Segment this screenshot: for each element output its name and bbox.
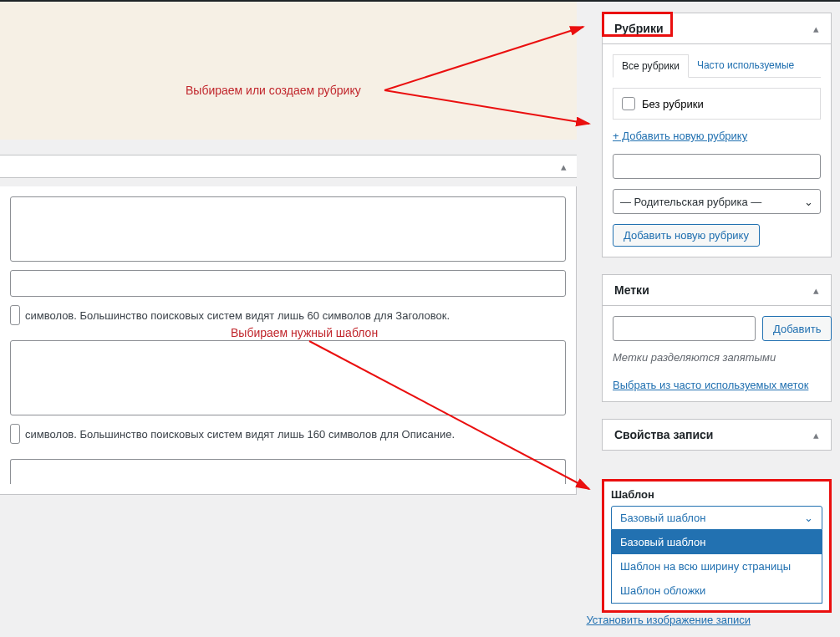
title-hint-text: символов. Большинство поисковых систем в… [25, 309, 450, 322]
rubric-checkbox[interactable] [622, 97, 635, 110]
tags-input[interactable] [613, 316, 756, 341]
tags-header[interactable]: Метки ▴ [603, 275, 831, 306]
char-count-box [10, 424, 20, 444]
add-new-rubric-link[interactable]: + Добавить новую рубрику [613, 130, 821, 142]
freq-tags-link[interactable]: Выбрать из часто используемых меток [613, 379, 808, 391]
seo-extra-input[interactable] [10, 459, 566, 484]
annotation-rubric: Выбираем или создаем рубрику [186, 84, 361, 97]
chevron-down-icon: ⌄ [804, 196, 813, 208]
rubrics-title: Рубрики [614, 22, 664, 35]
seo-title-input[interactable] [10, 196, 566, 262]
tags-hint: Метки разделяются запятыми [613, 351, 821, 364]
metabox-collapsed[interactable]: ▴ [0, 155, 577, 178]
annotation-template: Выбираем нужный шаблон [231, 326, 378, 339]
template-option[interactable]: Шаблон на всю ширину страницы [612, 554, 822, 578]
caret-up-icon: ▴ [813, 284, 819, 297]
seo-panel: символов. Большинство поисковых систем в… [0, 186, 577, 495]
tab-all-rubrics[interactable]: Все рубрики [613, 54, 689, 78]
add-tag-button[interactable]: Добавить [762, 316, 832, 341]
char-count-box [10, 305, 20, 325]
post-props-header[interactable]: Свойства записи ▴ [603, 420, 831, 450]
desc-hint-text: символов. Большинство поисковых систем в… [25, 428, 455, 441]
new-rubric-name-input[interactable] [613, 154, 821, 179]
template-option[interactable]: Шаблон обложки [612, 578, 822, 603]
set-featured-image-link[interactable]: Установить изображение записи [586, 614, 751, 626]
template-label: Шаблон [611, 488, 822, 501]
rubrics-metabox: Рубрики ▴ Все рубрики Часто используемые… [602, 13, 832, 257]
template-select[interactable]: Базовый шаблон ⌄ [611, 506, 822, 530]
tab-freq-rubrics[interactable]: Часто используемые [689, 54, 802, 77]
tags-title: Метки [614, 283, 649, 297]
rubric-label: Без рубрики [642, 98, 704, 110]
parent-rubric-select[interactable]: — Родительская рубрика — ⌄ [613, 189, 821, 214]
caret-up-icon: ▴ [813, 429, 819, 441]
parent-rubric-value: — Родительская рубрика — [620, 196, 761, 208]
post-props-metabox: Свойства записи ▴ [602, 419, 832, 451]
seo-slug-input[interactable] [10, 270, 566, 297]
post-props-title: Свойства записи [614, 428, 713, 441]
template-highlight-box: Шаблон Базовый шаблон ⌄ Базовый шаблон Ш… [602, 479, 832, 613]
add-rubric-button[interactable]: Добавить новую рубрику [613, 224, 760, 247]
template-selected-value: Базовый шаблон [620, 512, 705, 524]
rubrics-header[interactable]: Рубрики ▴ [603, 13, 831, 44]
editor-content-area [0, 2, 577, 140]
seo-description-input[interactable] [10, 340, 566, 415]
caret-up-icon: ▴ [813, 23, 819, 35]
chevron-down-icon: ⌄ [804, 512, 813, 524]
tags-metabox: Метки ▴ Добавить Метки разделяются запят… [602, 274, 832, 402]
template-dropdown: Базовый шаблон Шаблон на всю ширину стра… [611, 530, 822, 604]
template-option[interactable]: Базовый шаблон [612, 530, 822, 554]
caret-up-icon: ▴ [561, 161, 567, 173]
